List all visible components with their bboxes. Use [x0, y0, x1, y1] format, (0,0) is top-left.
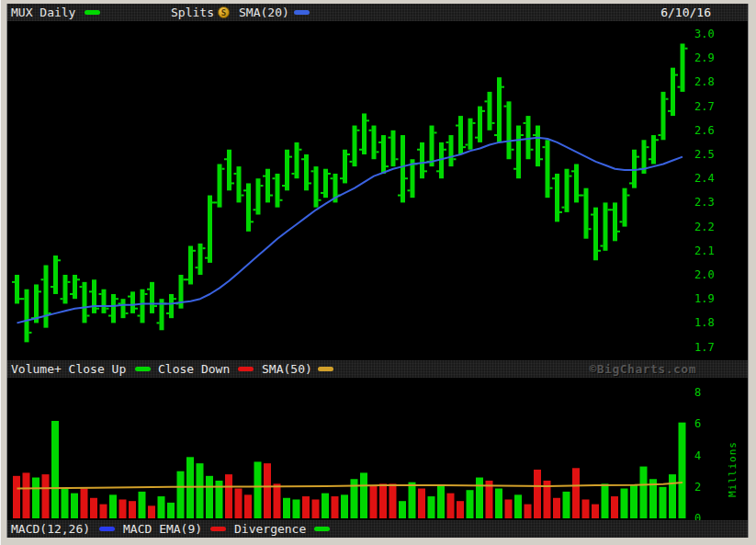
volume-bar — [129, 501, 136, 518]
sma50-line — [17, 483, 683, 489]
price-axis-tick: 2.5 — [694, 148, 715, 161]
volume-bar — [582, 499, 590, 518]
macd-line-marker — [99, 527, 115, 531]
volume-bar — [81, 489, 88, 518]
price-bar — [552, 174, 562, 221]
volume-bar — [572, 468, 580, 518]
close-up-marker — [135, 367, 151, 371]
volume-bar — [360, 472, 367, 518]
price-axis-tick: 2.7 — [694, 100, 715, 113]
volume-bar — [399, 501, 406, 518]
price-bar — [205, 196, 215, 263]
volume-bar — [534, 470, 541, 518]
price-bar — [678, 43, 688, 91]
last-date-label: 6/10/16 — [660, 4, 711, 21]
volume-bar — [42, 474, 50, 518]
volume-bar — [505, 499, 513, 518]
volume-bar — [437, 485, 445, 518]
volume-bar — [109, 494, 117, 518]
sma50-marker — [318, 367, 333, 371]
price-bar — [215, 164, 225, 207]
price-bar — [398, 135, 408, 202]
price-bar — [22, 290, 32, 343]
volume-bar — [100, 505, 107, 518]
price-bar — [70, 275, 80, 299]
price-bar — [494, 77, 504, 142]
price-bar — [668, 68, 678, 116]
close-down-label: Close Down — [158, 360, 230, 378]
volume-bar — [293, 499, 300, 518]
close-down-marker — [238, 367, 254, 371]
volume-bar — [563, 492, 570, 518]
price-bar — [196, 244, 206, 275]
volume-bar — [514, 494, 522, 518]
volume-bar — [197, 463, 204, 518]
bigcharts-chart-frame: MUX Daily Splits S SMA(20) 6/10/16 3.02.… — [0, 0, 756, 545]
top-legend-bar: MUX Daily Splits S SMA(20) 6/10/16 — [7, 4, 748, 21]
price-bar — [581, 188, 592, 239]
price-bar — [80, 282, 90, 324]
price-bar — [263, 169, 273, 203]
sma50-label: SMA(50) — [262, 360, 312, 378]
price-bar — [243, 183, 254, 231]
price-bar — [321, 169, 331, 198]
price-bar — [659, 92, 669, 140]
price-bar — [446, 135, 457, 166]
volume-bar — [254, 461, 262, 518]
symbol-title: MUX Daily — [11, 4, 75, 21]
price-bar — [620, 188, 630, 227]
volume-bar — [428, 496, 435, 518]
volume-bar — [418, 489, 425, 518]
price-bar — [591, 208, 601, 261]
volume-bar — [90, 498, 97, 518]
volume-chart-svg: 86420 — [7, 378, 748, 520]
volume-bar — [640, 467, 648, 518]
price-bar — [378, 135, 389, 174]
price-bar — [254, 178, 264, 214]
volume-bar — [225, 474, 232, 518]
volume-bar — [602, 483, 609, 518]
price-bar — [359, 113, 369, 154]
price-bar — [571, 164, 581, 202]
price-bar — [41, 266, 51, 328]
price-bar — [543, 140, 553, 198]
price-chart-svg: 3.02.92.82.72.62.52.42.32.22.12.01.91.81… — [7, 21, 748, 360]
price-bar — [513, 126, 524, 179]
price-bar — [475, 107, 485, 142]
price-bar — [466, 119, 476, 150]
volume-bar — [177, 471, 185, 518]
volume-bar — [302, 496, 310, 518]
volume-bar — [167, 503, 175, 518]
price-bar — [99, 290, 109, 313]
price-bar — [138, 290, 148, 324]
volume-axis-tick: 4 — [694, 449, 701, 462]
volume-bar — [457, 501, 464, 518]
macd-ema-label: MACD EMA(9) — [123, 520, 202, 538]
price-bar — [147, 282, 157, 313]
volume-bar — [409, 483, 416, 518]
volume-legend-bar: Volume+ Close Up Close Down SMA(50) ©Big… — [7, 360, 748, 378]
price-axis-tick: 2.2 — [694, 221, 715, 233]
volume-bar — [235, 489, 243, 518]
macd-legend-bar: MACD(12,26) MACD EMA(9) Divergence — [7, 520, 748, 538]
volume-bar — [283, 498, 290, 518]
price-axis-tick: 1.7 — [694, 341, 715, 354]
volume-axis-tick: 2 — [694, 481, 701, 494]
sma20-label: SMA(20) — [239, 4, 289, 21]
volume-axis-tick: 6 — [694, 417, 701, 430]
price-bar — [282, 150, 292, 191]
price-axis-tick: 1.9 — [694, 292, 715, 305]
price-bar — [224, 150, 234, 191]
volume-axis-tick: 8 — [694, 386, 701, 399]
price-bar — [649, 135, 659, 164]
macd-label: MACD(12,26) — [11, 520, 90, 538]
volume-bar — [206, 476, 213, 518]
price-bar — [533, 126, 543, 167]
volume-bar — [23, 472, 30, 518]
price-bar — [301, 154, 311, 190]
price-bar — [610, 202, 620, 241]
volume-bar — [264, 463, 271, 518]
volume-bar — [62, 489, 69, 518]
volume-bar — [274, 483, 281, 518]
price-bar — [350, 126, 360, 167]
